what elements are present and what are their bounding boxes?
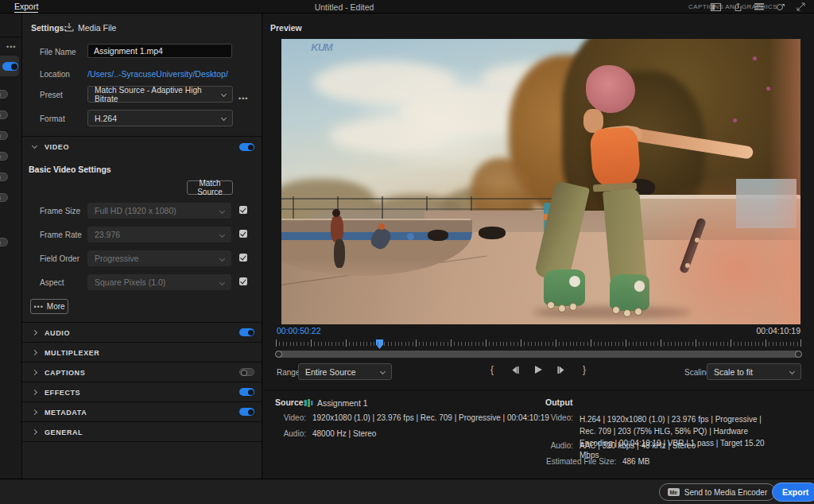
section-title: MULTIPLEXER bbox=[45, 349, 99, 357]
destination-toggle[interactable] bbox=[0, 131, 8, 140]
section-audio[interactable]: AUDIO bbox=[22, 322, 262, 342]
location-label: Location bbox=[40, 70, 70, 79]
window-title: Untitled - Edited bbox=[315, 2, 374, 12]
video-section-toggle[interactable] bbox=[239, 143, 254, 151]
fullscreen-icon[interactable] bbox=[795, 2, 806, 12]
chevron-right-icon bbox=[32, 370, 37, 375]
captions-toggle[interactable] bbox=[239, 368, 254, 376]
export-button[interactable]: Export bbox=[772, 483, 814, 502]
destination-toggle[interactable] bbox=[0, 90, 8, 99]
field-order-dropdown[interactable]: Progressive bbox=[87, 250, 231, 266]
tab-export[interactable]: Export bbox=[14, 2, 38, 13]
quick-export-search-icon[interactable] bbox=[775, 2, 786, 12]
chevron-right-icon bbox=[32, 429, 37, 435]
video-section-title[interactable]: VIDEO bbox=[45, 143, 69, 151]
section-general[interactable]: GENERAL bbox=[22, 421, 262, 441]
mark-out-button[interactable]: } bbox=[578, 363, 591, 376]
location-link[interactable]: /Users/..-SyracuseUniversity/Desktop/ bbox=[87, 69, 228, 79]
destination-toggle-media-file[interactable] bbox=[2, 62, 18, 71]
frame-size-value: Full HD (1920 x 1080) bbox=[95, 206, 176, 215]
range-dropdown[interactable]: Entire Source bbox=[298, 363, 392, 380]
step-forward-icon[interactable] bbox=[555, 363, 568, 376]
source-audio-label: Audio: bbox=[279, 429, 306, 438]
frame-rate-dropdown[interactable]: 23.976 bbox=[87, 227, 231, 242]
frame-size-checkbox[interactable] bbox=[239, 206, 247, 214]
divider bbox=[22, 441, 262, 442]
scaling-value: Scale to fit bbox=[714, 367, 753, 377]
destination-toggle[interactable] bbox=[0, 238, 8, 246]
section-effects[interactable]: EFFECTS bbox=[22, 382, 262, 401]
send-button-label: Send to Media Encoder bbox=[684, 488, 768, 497]
file-name-input[interactable] bbox=[87, 44, 232, 58]
chevron-down-icon bbox=[219, 207, 225, 213]
output-video-value: H.264 | 1920x1080 (1.0) | 23.976 fps | P… bbox=[579, 413, 775, 461]
destination-toggle[interactable] bbox=[0, 152, 8, 161]
section-title: GENERAL bbox=[45, 428, 83, 436]
rail-divider bbox=[0, 37, 22, 37]
destination-toggle[interactable] bbox=[0, 173, 8, 181]
preset-more-icon[interactable] bbox=[238, 90, 248, 104]
settings-destination-value[interactable]: Media File bbox=[78, 23, 116, 33]
destination-toggle[interactable] bbox=[0, 110, 8, 119]
workspace-panel-icon[interactable] bbox=[710, 2, 721, 12]
duration-timecode: 00:04:10:19 bbox=[757, 326, 800, 335]
scaling-dropdown[interactable]: Scale to fit bbox=[707, 363, 801, 380]
output-video-label: Video: bbox=[546, 413, 573, 422]
preset-value: Match Source - Adaptive High Bitrate bbox=[95, 86, 226, 103]
section-title: EFFECTS bbox=[45, 389, 80, 397]
out-point-handle[interactable] bbox=[795, 351, 802, 358]
more-dots-icon bbox=[33, 302, 43, 311]
footer-bar: Me Send to Media Encoder Export bbox=[0, 479, 814, 504]
format-value: H.264 bbox=[95, 114, 117, 123]
timeline-ruler[interactable] bbox=[276, 339, 801, 351]
chevron-down-icon[interactable] bbox=[32, 143, 37, 149]
play-icon[interactable] bbox=[532, 363, 545, 376]
preview-title: Preview bbox=[270, 23, 302, 33]
send-to-media-encoder-button[interactable]: Me Send to Media Encoder bbox=[659, 483, 776, 501]
source-video-value: 1920x1080 (1.0) | 23.976 fps | Rec. 709 … bbox=[312, 413, 549, 422]
video-frame: NFG KUM bbox=[281, 39, 800, 324]
sequence-icon bbox=[304, 397, 314, 411]
section-metadata[interactable]: METADATA bbox=[22, 401, 262, 421]
share-export-icon[interactable] bbox=[732, 2, 743, 12]
menu-hamburger-icon[interactable] bbox=[754, 2, 765, 12]
chevron-down-icon bbox=[219, 279, 225, 285]
section-title: AUDIO bbox=[45, 329, 70, 337]
more-button[interactable]: More bbox=[30, 299, 68, 314]
media-encoder-icon: Me bbox=[668, 488, 680, 496]
frame-rate-checkbox[interactable] bbox=[239, 230, 247, 238]
aspect-checkbox[interactable] bbox=[239, 277, 247, 285]
range-label: Range bbox=[277, 368, 300, 377]
metadata-toggle[interactable] bbox=[239, 408, 254, 416]
section-multiplexer[interactable]: MULTIPLEXER bbox=[22, 342, 262, 362]
effects-toggle[interactable] bbox=[239, 388, 254, 396]
section-captions[interactable]: CAPTIONS bbox=[22, 362, 262, 382]
frame-size-label: Frame Size bbox=[40, 207, 80, 215]
audio-toggle[interactable] bbox=[239, 328, 254, 336]
settings-header-label: Settings: bbox=[31, 23, 67, 33]
source-label: Source: bbox=[275, 397, 306, 407]
frame-size-dropdown[interactable]: Full HD (1920 x 1080) bbox=[87, 203, 231, 219]
file-size-value: 486 MB bbox=[622, 457, 649, 466]
timeline-scrubber[interactable] bbox=[276, 351, 801, 358]
destination-toggle[interactable] bbox=[0, 193, 8, 202]
aspect-dropdown[interactable]: Square Pixels (1.0) bbox=[87, 274, 231, 290]
destination-rail bbox=[0, 14, 22, 504]
transport-controls: { } bbox=[486, 363, 591, 376]
match-source-button[interactable]: Match Source bbox=[187, 180, 233, 195]
range-value: Entire Source bbox=[305, 367, 356, 377]
field-order-checkbox[interactable] bbox=[239, 254, 247, 262]
preset-label: Preset bbox=[40, 91, 63, 99]
aspect-value: Square Pixels (1.0) bbox=[95, 277, 165, 287]
preset-dropdown[interactable]: Match Source - Adaptive High Bitrate bbox=[87, 86, 233, 103]
media-file-icon bbox=[64, 21, 75, 36]
frame-rate-value: 23.976 bbox=[95, 230, 120, 239]
output-audio-label: Audio: bbox=[546, 441, 573, 450]
rail-more-icon[interactable] bbox=[6, 43, 16, 51]
mark-in-button[interactable]: { bbox=[486, 363, 498, 376]
in-point-handle[interactable] bbox=[275, 351, 282, 358]
format-dropdown[interactable]: H.264 bbox=[87, 110, 233, 126]
step-back-icon[interactable] bbox=[509, 363, 521, 376]
export-settings-panel: Settings: Media File File Name Location … bbox=[22, 14, 262, 479]
output-title: Output bbox=[545, 397, 572, 407]
